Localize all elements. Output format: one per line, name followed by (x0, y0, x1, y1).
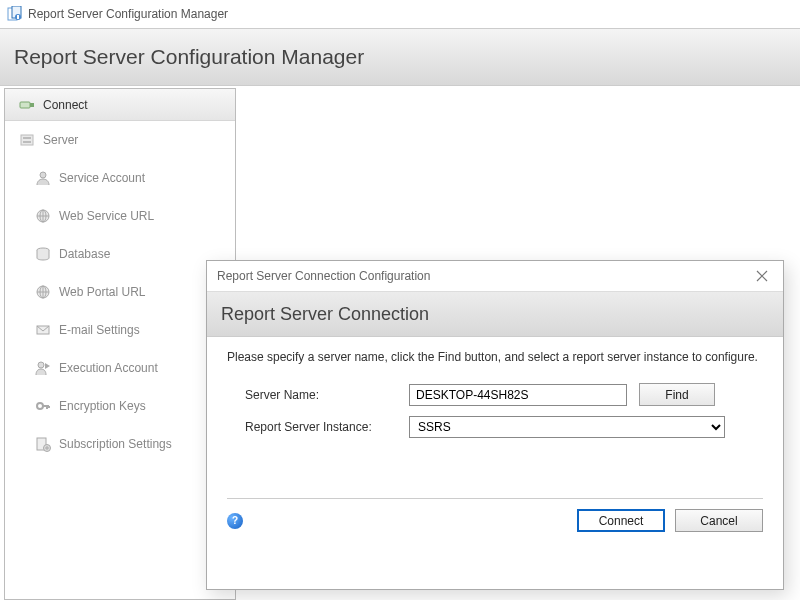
sidebar-item-subscription-settings[interactable]: Subscription Settings (5, 425, 235, 463)
sidebar-item-service-account[interactable]: Service Account (5, 159, 235, 197)
dialog-header: Report Server Connection (207, 291, 783, 337)
close-icon (756, 270, 768, 282)
globe-icon (35, 284, 51, 300)
sidebar-item-label: Service Account (59, 171, 145, 185)
execution-icon (35, 360, 51, 376)
connect-button[interactable]: Connect (577, 509, 665, 532)
svg-rect-4 (20, 102, 30, 108)
sidebar-item-label: Execution Account (59, 361, 158, 375)
instance-select[interactable]: SSRS (409, 416, 725, 438)
dialog-body: Please specify a server name, click the … (207, 337, 783, 438)
sidebar-item-database[interactable]: Database (5, 235, 235, 273)
sidebar-item-web-portal-url[interactable]: Web Portal URL (5, 273, 235, 311)
sidebar-item-web-service-url[interactable]: Web Service URL (5, 197, 235, 235)
sidebar-item-label: Encryption Keys (59, 399, 146, 413)
sidebar-item-label: Database (59, 247, 110, 261)
app-window: Report Server Configuration Manager Repo… (0, 0, 800, 600)
close-button[interactable] (751, 265, 773, 287)
svg-rect-6 (21, 135, 33, 145)
database-icon (35, 246, 51, 262)
sidebar-item-label: Server (43, 133, 78, 147)
svg-rect-5 (30, 103, 34, 107)
user-icon (35, 170, 51, 186)
dialog-titlebar: Report Server Connection Configuration (207, 261, 783, 291)
svg-rect-3 (17, 15, 19, 19)
titlebar: Report Server Configuration Manager (0, 0, 800, 28)
page-title: Report Server Configuration Manager (14, 45, 364, 69)
find-button[interactable]: Find (639, 383, 715, 406)
svg-point-16 (38, 362, 44, 368)
dialog-footer: ? Connect Cancel (207, 499, 783, 532)
instance-label: Report Server Instance: (245, 420, 409, 434)
app-icon (6, 6, 22, 22)
dialog-title: Report Server Connection Configuration (217, 269, 430, 283)
svg-point-9 (40, 172, 46, 178)
sidebar-item-label: Web Service URL (59, 209, 154, 223)
sidebar-item-server[interactable]: Server (5, 121, 235, 159)
sidebar-item-label: Connect (43, 98, 88, 112)
sidebar-item-encryption-keys[interactable]: Encryption Keys (5, 387, 235, 425)
key-icon (35, 398, 51, 414)
page-header: Report Server Configuration Manager (0, 28, 800, 86)
sidebar-item-email-settings[interactable]: E-mail Settings (5, 311, 235, 349)
server-name-input[interactable] (409, 384, 627, 406)
server-name-label: Server Name: (245, 388, 409, 402)
subscription-icon (35, 436, 51, 452)
sidebar: Connect Server Service Account Web Servi… (4, 88, 236, 600)
sidebar-item-connect[interactable]: Connect (5, 89, 235, 121)
dialog-instruction: Please specify a server name, click the … (227, 349, 763, 365)
globe-icon (35, 208, 51, 224)
svg-rect-7 (23, 137, 31, 139)
help-icon[interactable]: ? (227, 513, 243, 529)
server-name-row: Server Name: Find (245, 383, 763, 406)
svg-rect-8 (23, 141, 31, 143)
dialog-heading: Report Server Connection (221, 304, 429, 325)
sidebar-item-label: Web Portal URL (59, 285, 145, 299)
sidebar-item-label: E-mail Settings (59, 323, 140, 337)
connect-icon (19, 97, 35, 113)
connection-dialog: Report Server Connection Configuration R… (206, 260, 784, 590)
server-icon (19, 132, 35, 148)
sidebar-item-label: Subscription Settings (59, 437, 172, 451)
sidebar-item-execution-account[interactable]: Execution Account (5, 349, 235, 387)
app-title: Report Server Configuration Manager (28, 7, 228, 21)
instance-row: Report Server Instance: SSRS (245, 416, 763, 438)
cancel-button[interactable]: Cancel (675, 509, 763, 532)
mail-icon (35, 322, 51, 338)
svg-point-17 (37, 403, 43, 409)
